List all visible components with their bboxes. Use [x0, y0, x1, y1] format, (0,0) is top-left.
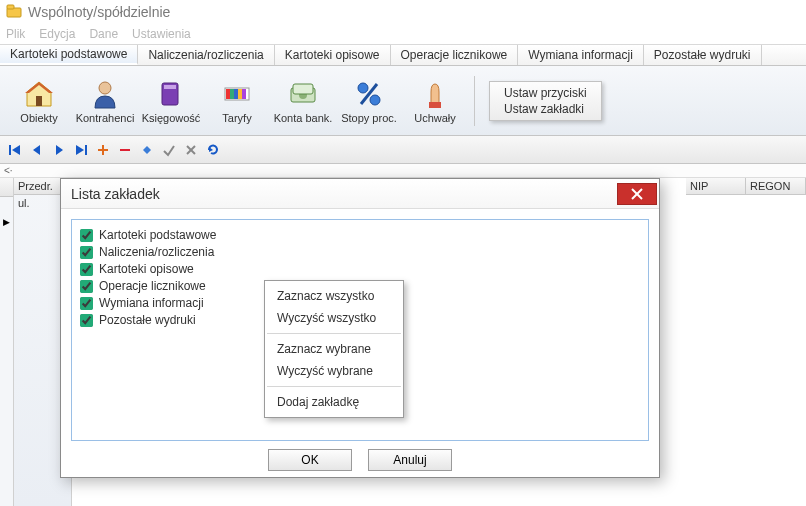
check-kartoteki-podstawowe[interactable]: Kartoteki podstawowe — [80, 228, 640, 242]
menu-bar: Plik Edycja Dane Ustawienia — [0, 24, 806, 44]
row-indicator-col: ▶ — [0, 178, 14, 506]
dialog-title: Lista zakładek — [71, 186, 160, 202]
ribbon-taryfy[interactable]: Taryfy — [206, 71, 268, 131]
svg-rect-20 — [429, 102, 441, 108]
tab-kartoteki-podstawowe[interactable]: Kartoteki podstawowe — [0, 45, 138, 65]
check-kartoteki-opisowe[interactable]: Kartoteki opisowe — [80, 262, 640, 276]
svg-point-17 — [358, 83, 368, 93]
dialog-cancel-button[interactable]: Anuluj — [368, 449, 452, 471]
ribbon-konta-bank-label: Konta bank. — [274, 112, 333, 124]
menu-plik[interactable]: Plik — [6, 27, 25, 41]
nav-edit-button[interactable] — [136, 139, 158, 161]
ribbon-uchwaly-label: Uchwały — [414, 112, 456, 124]
ribbon-kontrahenci-label: Kontrahenci — [76, 112, 135, 124]
tab-operacje-licznikowe[interactable]: Operacje licznikowe — [391, 45, 519, 65]
nav-cancel-button[interactable] — [180, 139, 202, 161]
ctx-wyczysc-wszystko[interactable]: Wyczyść wszystko — [265, 307, 403, 329]
splitter-row[interactable]: <· — [0, 164, 806, 178]
checkbox[interactable] — [80, 246, 93, 259]
svg-rect-28 — [98, 149, 108, 151]
tab-naliczenia[interactable]: Naliczenia/rozliczenia — [138, 45, 274, 65]
check-label: Operacje licznikowe — [99, 279, 206, 293]
nav-next-button[interactable] — [48, 139, 70, 161]
check-label: Naliczenia/rozliczenia — [99, 245, 214, 259]
ctx-zaznacz-wszystko[interactable]: Zaznacz wszystko — [265, 285, 403, 307]
side-ustaw-przyciski[interactable]: Ustaw przyciski — [504, 86, 587, 100]
nav-last-button[interactable] — [70, 139, 92, 161]
svg-marker-23 — [33, 145, 40, 155]
check-label: Pozostałe wydruki — [99, 313, 196, 327]
ribbon-taryfy-label: Taryfy — [222, 112, 251, 124]
svg-point-5 — [99, 82, 111, 94]
house-icon — [23, 78, 55, 110]
record-navigator — [0, 136, 806, 164]
svg-rect-21 — [9, 145, 11, 155]
dialog-lista-zakladek: Lista zakładek Kartoteki podstawowe Nali… — [60, 178, 660, 478]
ribbon-uchwaly[interactable]: Uchwały — [404, 71, 466, 131]
svg-marker-25 — [76, 145, 84, 155]
dialog-title-bar[interactable]: Lista zakładek — [61, 179, 659, 209]
dialog-close-button[interactable] — [617, 183, 657, 205]
checkbox[interactable] — [80, 263, 93, 276]
svg-rect-10 — [230, 89, 234, 99]
nav-post-button[interactable] — [158, 139, 180, 161]
svg-rect-7 — [164, 85, 176, 89]
svg-rect-9 — [226, 89, 230, 99]
percent-icon — [353, 78, 385, 110]
app-icon — [6, 4, 22, 20]
svg-marker-24 — [56, 145, 63, 155]
checkbox[interactable] — [80, 297, 93, 310]
checkbox[interactable] — [80, 280, 93, 293]
palette-icon — [221, 78, 253, 110]
check-label: Kartoteki podstawowe — [99, 228, 216, 242]
window-title: Wspólnoty/spółdzielnie — [28, 4, 170, 20]
tab-strip: Kartoteki podstawowe Naliczenia/rozlicze… — [0, 44, 806, 66]
dialog-ok-button[interactable]: OK — [268, 449, 352, 471]
content-area: ▶ Przedr. ul. NIP REGON Lista zakładek K… — [0, 178, 806, 506]
splitter-knob[interactable]: <· — [4, 165, 13, 176]
check-label: Kartoteki opisowe — [99, 262, 194, 276]
tab-wymiana-informacji[interactable]: Wymiana informacji — [518, 45, 644, 65]
title-bar: Wspólnoty/spółdzielnie — [0, 0, 806, 24]
close-icon — [631, 188, 643, 200]
checkbox[interactable] — [80, 314, 93, 327]
ctx-zaznacz-wybrane[interactable]: Zaznacz wybrane — [265, 338, 403, 360]
menu-edycja[interactable]: Edycja — [39, 27, 75, 41]
nav-prev-button[interactable] — [26, 139, 48, 161]
ribbon-ksiegowosc[interactable]: Księgowość — [140, 71, 202, 131]
ribbon-konta-bank[interactable]: Konta bank. — [272, 71, 334, 131]
col-header-nip[interactable]: NIP — [686, 178, 746, 195]
ribbon-stopy-proc[interactable]: Stopy proc. — [338, 71, 400, 131]
svg-rect-26 — [85, 145, 87, 155]
svg-marker-33 — [209, 147, 213, 152]
nav-refresh-button[interactable] — [202, 139, 224, 161]
menu-ustawienia[interactable]: Ustawienia — [132, 27, 191, 41]
ribbon-separator — [474, 76, 475, 126]
context-menu: Zaznacz wszystko Wyczyść wszystko Zaznac… — [264, 280, 404, 418]
nav-first-button[interactable] — [4, 139, 26, 161]
svg-marker-22 — [12, 145, 20, 155]
ribbon-kontrahenci[interactable]: Kontrahenci — [74, 71, 136, 131]
ribbon-side-panel: Ustaw przyciski Ustaw zakładki — [489, 81, 602, 121]
svg-rect-4 — [36, 96, 42, 106]
svg-rect-11 — [234, 89, 238, 99]
svg-rect-12 — [238, 89, 242, 99]
side-ustaw-zakladki[interactable]: Ustaw zakładki — [504, 102, 587, 116]
svg-rect-1 — [7, 5, 14, 9]
check-naliczenia[interactable]: Naliczenia/rozliczenia — [80, 245, 640, 259]
money-icon — [287, 78, 319, 110]
ctx-dodaj-zakladke[interactable]: Dodaj zakładkę — [265, 391, 403, 413]
ctx-wyczysc-wybrane[interactable]: Wyczyść wybrane — [265, 360, 403, 382]
tab-kartoteki-opisowe[interactable]: Kartoteki opisowe — [275, 45, 391, 65]
book-icon — [155, 78, 187, 110]
svg-rect-16 — [293, 84, 313, 94]
ribbon-obiekty[interactable]: Obiekty — [8, 71, 70, 131]
nav-delete-button[interactable] — [114, 139, 136, 161]
menu-dane[interactable]: Dane — [89, 27, 118, 41]
tab-pozostale-wydruki[interactable]: Pozostałe wydruki — [644, 45, 762, 65]
nav-add-button[interactable] — [92, 139, 114, 161]
ribbon-ksiegowosc-label: Księgowość — [142, 112, 201, 124]
current-row-arrow-icon: ▶ — [0, 217, 13, 227]
checkbox[interactable] — [80, 229, 93, 242]
col-header-regon[interactable]: REGON — [746, 178, 806, 195]
